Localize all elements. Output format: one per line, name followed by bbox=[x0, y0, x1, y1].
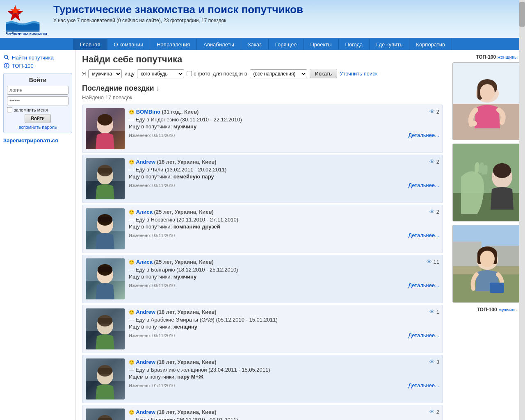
trip-user-age: (25 лет, Украина, Киев) bbox=[154, 259, 214, 265]
trip-info: 🙂 BOMBino (31 год., Киев) 👁 2 — Еду в Ин… bbox=[129, 108, 439, 149]
top100-men-sublabel: мужчины bbox=[499, 307, 518, 312]
top100-men-footer: ТОП-100 мужчины ↓ bbox=[452, 307, 522, 313]
photo-checkbox[interactable] bbox=[187, 71, 192, 76]
login-button[interactable]: Войти bbox=[25, 114, 51, 123]
login-box: Войти запомнить меня Войти вспомнить пар… bbox=[3, 73, 72, 133]
nav-home[interactable]: Главная bbox=[73, 39, 107, 50]
svg-rect-65 bbox=[490, 283, 504, 293]
trip-user-name: 🙂 BOMBino (31 год., Киев) bbox=[129, 109, 199, 115]
trip-footer: Изменено: 03/11/2010 Детальнее... bbox=[129, 132, 439, 138]
top100-label: ТОП-100 bbox=[12, 63, 34, 69]
site-title-area: Туристические знакомства и поиск попутчи… bbox=[53, 3, 521, 23]
photo-label: с фото bbox=[194, 71, 210, 77]
view-count: 2 bbox=[436, 109, 439, 115]
top100-photo-3[interactable] bbox=[452, 225, 521, 303]
user-icon: 🙂 bbox=[129, 260, 135, 265]
trip-user-name: 🙂 Алиса (25 лет, Украина, Киев) bbox=[129, 259, 214, 265]
nav-tickets[interactable]: Авиабилеты bbox=[197, 39, 241, 50]
search-button[interactable]: Искать bbox=[310, 69, 338, 78]
user-link[interactable]: Andrew bbox=[136, 309, 155, 315]
user-link[interactable]: Алиса bbox=[136, 259, 153, 265]
search-icon bbox=[3, 54, 10, 61]
trip-info: 🙂 Andrew (18 лет, Украина, Киев) 👁 2 — Е… bbox=[129, 158, 439, 199]
trip-date: Изменено: 03/11/2010 bbox=[129, 233, 175, 238]
user-link[interactable]: Andrew bbox=[136, 159, 155, 165]
view-count: 1 bbox=[436, 309, 439, 315]
trip-info: 🙂 Andrew (18 лет, Украина, Киев) 👁 1 — Е… bbox=[129, 308, 439, 349]
user-link[interactable]: Алиса bbox=[136, 209, 153, 215]
trip-footer: Изменено: 03/11/2010 Детальнее... bbox=[129, 182, 439, 188]
trip-user-row: 🙂 Andrew (18 лет, Украина, Киев) 👁 3 bbox=[129, 358, 439, 365]
svg-rect-26 bbox=[98, 267, 112, 272]
nav-where-buy[interactable]: Где купить bbox=[370, 39, 409, 50]
trip-card: 🙂 Andrew (18 лет, Украина, Киев) 👁 3 — Е… bbox=[82, 355, 443, 403]
detail-link[interactable]: Детальнее... bbox=[409, 282, 439, 288]
left-sidebar: Найти попутчика i ТОП-100 Войти запомнит… bbox=[0, 50, 76, 420]
nav-projects[interactable]: Проекты bbox=[304, 39, 338, 50]
detail-link[interactable]: Детальнее... bbox=[409, 382, 439, 388]
logo-subtitle: ТУРИСТИЧНА КОМПАНІЯ bbox=[4, 32, 49, 36]
trip-user-row: 🙂 Andrew (18 лет, Украина, Киев) 👁 2 bbox=[129, 158, 439, 165]
user-link[interactable]: Andrew bbox=[136, 359, 155, 365]
trip-destination: — Еду в Болгарию (18.12.2010 - 25.12.201… bbox=[129, 267, 439, 273]
nav-hot[interactable]: Горящее bbox=[269, 39, 304, 50]
find-companion-link[interactable]: Найти попутчика bbox=[3, 54, 72, 61]
svg-rect-16 bbox=[98, 168, 112, 173]
trip-info: 🙂 Andrew (18 лет, Украина, Киев) 👁 3 — Е… bbox=[129, 358, 439, 399]
trip-info: 🙂 Алиса (25 лет, Украина, Киев) 👁 11 — Е… bbox=[129, 258, 439, 299]
trip-photo bbox=[86, 108, 125, 149]
direction-select[interactable]: (все направления) bbox=[250, 69, 307, 78]
top100-link[interactable]: i ТОП-100 bbox=[3, 62, 72, 69]
login-input[interactable] bbox=[7, 86, 68, 95]
trip-seeking: Ищу в попутчики: компанию друзей bbox=[129, 224, 439, 230]
forgot-password-link[interactable]: вспомнить пароль bbox=[7, 125, 68, 130]
view-count: 2 bbox=[436, 209, 439, 215]
trip-user-age: (25 лет, Украина, Киев) bbox=[154, 209, 214, 215]
trip-user-age: (31 год., Киев) bbox=[162, 109, 199, 115]
top100-men-label: ТОП-100 bbox=[477, 307, 497, 313]
nav-bar: Главная О компании Направления Авиабилет… bbox=[0, 39, 525, 50]
trip-views: 👁 3 bbox=[429, 358, 439, 365]
user-link[interactable]: BOMBino bbox=[136, 109, 160, 115]
trip-card: 🙂 Алиса (25 лет, Украина, Киев) 👁 2 — Ед… bbox=[82, 205, 443, 253]
scrollbar[interactable] bbox=[519, 0, 525, 420]
refine-search-link[interactable]: Уточнить поиск bbox=[340, 71, 377, 77]
password-input[interactable] bbox=[7, 96, 68, 105]
view-count: 2 bbox=[436, 159, 439, 165]
right-sidebar: ТОП-100 женщины ↓ bbox=[449, 50, 525, 420]
nav-about[interactable]: О компании bbox=[107, 39, 151, 50]
nav-directions[interactable]: Направления bbox=[150, 39, 197, 50]
top100-photo-1[interactable] bbox=[452, 62, 521, 140]
detail-link[interactable]: Детальнее... bbox=[409, 182, 439, 188]
site-subtitle: У нас уже 7 пользователей (0 сейчас на с… bbox=[53, 18, 521, 23]
trips-list: 🙂 BOMBino (31 год., Киев) 👁 2 — Еду в Ин… bbox=[82, 105, 443, 420]
svg-point-49 bbox=[470, 121, 477, 126]
seek-select[interactable]: кого-нибудь мужчину женщину семейную пар… bbox=[137, 69, 184, 78]
nav-corporate[interactable]: Корпоратив bbox=[409, 39, 452, 50]
detail-link[interactable]: Детальнее... bbox=[409, 132, 439, 138]
trip-user-name: 🙂 Алиса (25 лет, Украина, Киев) bbox=[129, 209, 214, 215]
nav-weather[interactable]: Погода bbox=[339, 39, 370, 50]
trip-card: 🙂 Andrew (18 лет, Украина, Киев) 👁 2 — Е… bbox=[82, 155, 443, 203]
main-content: Найди себе попутчика Я мужчина женщина и… bbox=[76, 50, 449, 420]
find-companion-label: Найти попутчика bbox=[12, 55, 54, 61]
user-icon: 🙂 bbox=[129, 210, 135, 215]
remember-checkbox[interactable] bbox=[7, 107, 12, 112]
header: РозаВітрів ТУРИСТИЧНА КОМПАНІЯ Туристиче… bbox=[0, 0, 525, 39]
gender-select[interactable]: мужчина женщина bbox=[88, 69, 122, 78]
view-count: 2 bbox=[436, 409, 439, 415]
trip-date: Изменено: 03/11/2010 bbox=[129, 133, 175, 138]
nav-order[interactable]: Заказ bbox=[241, 39, 269, 50]
trip-date: Изменено: 03/11/2010 bbox=[129, 333, 175, 338]
search-form: Я мужчина женщина ищу кого-нибудь мужчин… bbox=[82, 69, 443, 78]
info-icon: i bbox=[3, 62, 10, 69]
detail-link[interactable]: Детальнее... bbox=[409, 232, 439, 238]
trips-title: Последние поездки ↓ bbox=[82, 84, 443, 93]
detail-link[interactable]: Детальнее... bbox=[409, 332, 439, 338]
found-count: Найдено 17 поездок bbox=[82, 94, 443, 100]
top100-photo-2[interactable] bbox=[452, 144, 521, 221]
view-count: 3 bbox=[436, 359, 439, 365]
register-link[interactable]: Зарегистрироваться bbox=[3, 137, 72, 144]
user-link[interactable]: Andrew bbox=[136, 409, 155, 415]
trip-views: 👁 2 bbox=[429, 409, 439, 415]
